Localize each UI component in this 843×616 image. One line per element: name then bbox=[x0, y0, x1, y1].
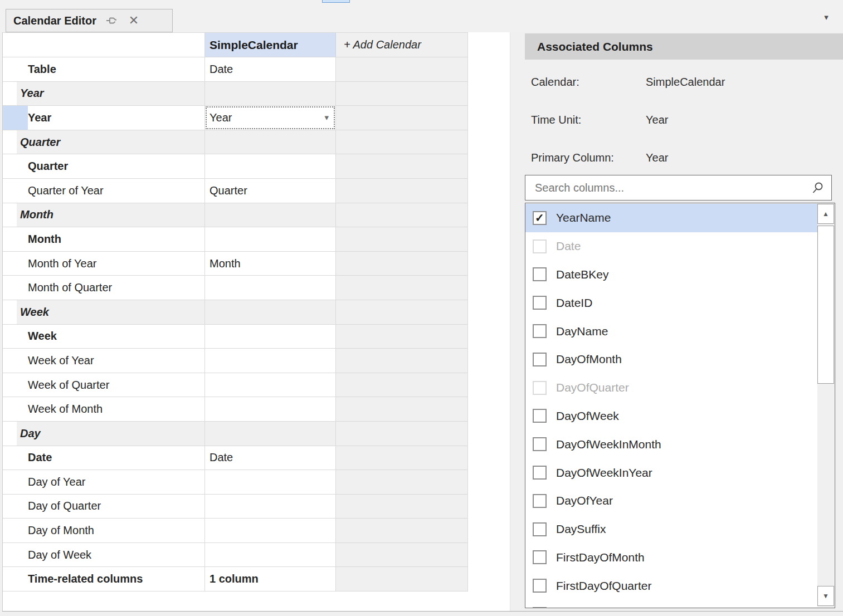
add-calendar-cell[interactable] bbox=[336, 325, 468, 349]
column-checkbox-item[interactable]: DateID bbox=[525, 289, 817, 317]
checkbox-unchecked[interactable] bbox=[533, 579, 547, 593]
calendar-column-header[interactable]: SimpleCalendar bbox=[205, 33, 336, 57]
calendar-value-cell[interactable] bbox=[205, 130, 336, 154]
column-checkbox-item[interactable]: DayOfWeekInYear bbox=[525, 458, 817, 487]
grid-row[interactable]: Day of Week bbox=[3, 543, 468, 568]
scrollbar-thumb[interactable] bbox=[817, 226, 834, 384]
calendar-value-cell[interactable] bbox=[205, 495, 336, 519]
calendar-value-cell[interactable]: Date bbox=[205, 446, 336, 470]
checkbox-unchecked[interactable] bbox=[533, 324, 547, 338]
column-checkbox-item[interactable]: FirstDayOfMonth bbox=[525, 544, 817, 572]
column-checkbox-item[interactable]: DayOfMonth bbox=[525, 345, 817, 374]
add-calendar-button[interactable]: + Add Calendar bbox=[336, 33, 468, 57]
column-checkbox-item[interactable]: Date bbox=[525, 232, 817, 261]
calendar-value-cell[interactable]: 1 column bbox=[205, 567, 336, 591]
add-calendar-cell[interactable] bbox=[336, 446, 468, 470]
grid-row[interactable]: Day of Year bbox=[3, 470, 468, 495]
add-calendar-cell[interactable] bbox=[336, 82, 468, 106]
grid-group-row[interactable]: Week bbox=[3, 300, 468, 325]
checkbox-unchecked[interactable] bbox=[533, 353, 547, 366]
calendar-value-cell[interactable] bbox=[205, 276, 336, 300]
grid-group-row[interactable]: Month bbox=[3, 203, 468, 228]
calendar-value-cell[interactable] bbox=[205, 543, 336, 567]
add-calendar-cell[interactable] bbox=[336, 252, 468, 276]
add-calendar-cell[interactable] bbox=[336, 519, 468, 542]
calendar-value-cell[interactable] bbox=[205, 227, 336, 251]
add-calendar-cell[interactable] bbox=[336, 495, 468, 519]
add-calendar-cell[interactable] bbox=[336, 57, 468, 81]
checkbox-unchecked[interactable] bbox=[533, 267, 547, 281]
add-calendar-cell[interactable] bbox=[336, 106, 468, 130]
scroll-up-button[interactable]: ▲ bbox=[817, 204, 834, 224]
grid-row[interactable]: Month of Quarter bbox=[3, 276, 468, 300]
calendar-value-cell[interactable] bbox=[205, 203, 336, 227]
add-calendar-cell[interactable] bbox=[336, 470, 468, 494]
grid-row[interactable]: Month bbox=[3, 227, 468, 252]
search-input[interactable] bbox=[534, 181, 811, 195]
column-checkbox-item[interactable]: DayOfYear bbox=[525, 487, 817, 515]
column-checkbox-item[interactable]: DayOfWeek bbox=[525, 402, 817, 431]
checkbox-unchecked[interactable] bbox=[533, 296, 547, 310]
scroll-down-button[interactable]: ▼ bbox=[817, 586, 834, 606]
add-calendar-cell[interactable] bbox=[336, 203, 468, 227]
checkbox-unchecked[interactable] bbox=[533, 607, 547, 608]
checkbox-unchecked[interactable] bbox=[533, 522, 547, 536]
tab-calendar-editor[interactable]: Calendar Editor ✕ bbox=[6, 9, 173, 32]
grid-row[interactable]: DateDate bbox=[3, 446, 468, 471]
calendar-value-cell[interactable] bbox=[205, 154, 336, 178]
column-checkbox-item[interactable]: DateBKey bbox=[525, 261, 817, 289]
add-calendar-cell[interactable] bbox=[336, 276, 468, 300]
grid-row[interactable]: Time-related columns1 column bbox=[3, 567, 468, 591]
add-calendar-cell[interactable] bbox=[336, 349, 468, 373]
calendar-value-cell[interactable] bbox=[205, 397, 336, 421]
grid-row[interactable]: Day of Quarter bbox=[3, 495, 468, 519]
calendar-value-cell[interactable] bbox=[205, 470, 336, 494]
vertical-scrollbar[interactable]: ▲ ▼ bbox=[817, 204, 834, 607]
grid-row[interactable]: YearYear▾ bbox=[3, 106, 468, 130]
grid-group-row[interactable]: Year bbox=[3, 82, 468, 106]
add-calendar-cell[interactable] bbox=[336, 567, 468, 591]
calendar-value-cell[interactable] bbox=[205, 519, 336, 542]
calendar-value-cell[interactable]: Month bbox=[205, 252, 336, 276]
column-checkbox-item[interactable]: DayName bbox=[525, 317, 817, 345]
add-calendar-cell[interactable] bbox=[336, 154, 468, 178]
close-button[interactable]: ✕ bbox=[126, 13, 141, 28]
checkbox-unchecked[interactable] bbox=[533, 409, 547, 423]
checkbox-unchecked[interactable] bbox=[533, 550, 547, 564]
calendar-value-cell[interactable] bbox=[205, 300, 336, 324]
column-checkbox-item[interactable]: DaySuffix bbox=[525, 515, 817, 544]
year-combobox[interactable]: Year▾ bbox=[205, 106, 335, 130]
grid-row[interactable]: Week of Month bbox=[3, 397, 468, 422]
grid-row[interactable]: TableDate bbox=[3, 57, 468, 82]
grid-row[interactable]: Month of YearMonth bbox=[3, 252, 468, 276]
add-calendar-cell[interactable] bbox=[336, 543, 468, 567]
checkbox-unchecked[interactable] bbox=[533, 381, 547, 395]
checkbox-checked[interactable]: ✓ bbox=[533, 211, 547, 225]
calendar-value-cell[interactable] bbox=[205, 82, 336, 106]
grid-row[interactable]: Quarter of YearQuarter bbox=[3, 179, 468, 203]
add-calendar-cell[interactable] bbox=[336, 227, 468, 251]
grid-row[interactable]: Week bbox=[3, 325, 468, 349]
checkbox-unchecked[interactable] bbox=[533, 437, 547, 451]
pin-button[interactable] bbox=[104, 13, 119, 28]
grid-row[interactable]: Quarter bbox=[3, 154, 468, 179]
add-calendar-cell[interactable] bbox=[336, 130, 468, 154]
calendar-value-cell[interactable] bbox=[205, 349, 336, 373]
checkbox-unchecked[interactable] bbox=[533, 494, 547, 508]
column-checkbox-item[interactable]: DayOfWeekInMonth bbox=[525, 430, 817, 458]
calendar-value-cell[interactable] bbox=[205, 373, 336, 397]
column-checkbox-item[interactable]: FirstDayOfYear bbox=[525, 600, 817, 608]
add-calendar-cell[interactable] bbox=[336, 300, 468, 324]
grid-group-row[interactable]: Quarter bbox=[3, 130, 468, 155]
grid-row[interactable]: Week of Year bbox=[3, 349, 468, 373]
window-menu-button[interactable]: ▾ bbox=[819, 11, 834, 23]
checkbox-unchecked[interactable] bbox=[533, 466, 547, 480]
calendar-value-cell[interactable]: Date bbox=[205, 57, 336, 81]
add-calendar-cell[interactable] bbox=[336, 373, 468, 397]
column-checkbox-item[interactable]: FirstDayOfQuarter bbox=[525, 571, 817, 600]
grid-row[interactable]: Week of Quarter bbox=[3, 373, 468, 398]
calendar-value-cell[interactable] bbox=[205, 325, 336, 349]
add-calendar-cell[interactable] bbox=[336, 422, 468, 446]
calendar-value-cell[interactable]: Quarter bbox=[205, 179, 336, 203]
grid-group-row[interactable]: Day bbox=[3, 422, 468, 446]
